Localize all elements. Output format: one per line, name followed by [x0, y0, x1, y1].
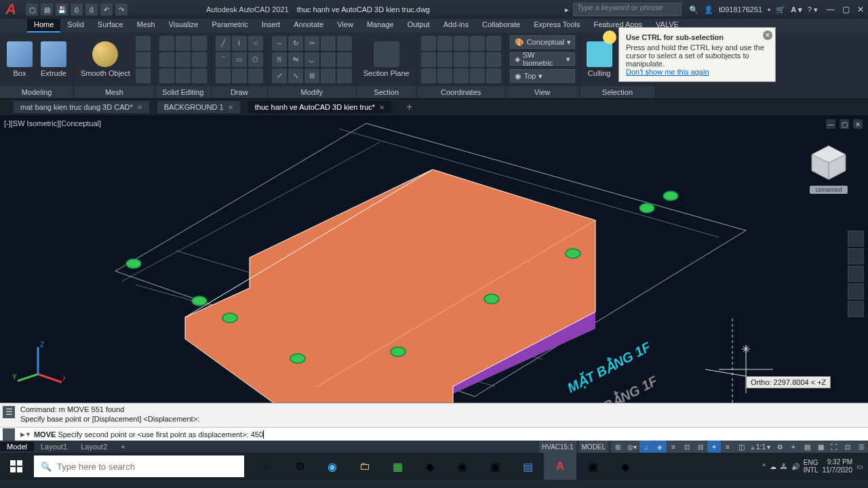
co-5[interactable] [486, 36, 501, 51]
status-polar-icon[interactable]: ◈ [653, 441, 667, 453]
nav-zoom-icon[interactable] [848, 266, 864, 282]
draw-arc[interactable]: ⌒ [216, 52, 231, 67]
co-9[interactable] [470, 52, 485, 67]
doc-tab-2[interactable]: thuc hanh ve AutoCAD 3D kien truc*✕ [248, 101, 391, 113]
drawing-viewport[interactable]: [-][SW Isometric][Conceptual] — ▢ ✕ MẶT … [0, 115, 868, 403]
se-5[interactable] [176, 52, 191, 67]
viewcube[interactable]: Unnamed [802, 142, 856, 210]
co-4[interactable] [470, 36, 485, 51]
mod-trim[interactable]: ✂ [304, 36, 319, 51]
view-direction-dropdown[interactable]: ◈ SW Isometric ▾ [510, 52, 575, 66]
panel-modeling[interactable]: Modeling [0, 86, 73, 98]
layer-dropdown[interactable]: ◉ Top ▾ [510, 69, 575, 83]
layout-tab-model[interactable]: Model [0, 442, 34, 451]
panel-solidediting[interactable]: Solid Editing [155, 86, 211, 98]
nav-orbit-icon[interactable] [848, 283, 864, 300]
autocad-taskbar-icon[interactable]: A [544, 453, 576, 480]
start-button[interactable] [0, 453, 33, 480]
co-13[interactable] [454, 68, 469, 83]
close-button[interactable]: ✕ [853, 2, 868, 17]
status-lwt-icon[interactable]: ≡ [721, 441, 734, 453]
co-10[interactable] [486, 52, 501, 67]
draw-circle[interactable]: ○ [248, 36, 263, 51]
mesh-tool-1[interactable] [136, 36, 151, 51]
status-custom-icon[interactable]: ▦ [814, 441, 827, 453]
co-11[interactable] [421, 68, 436, 83]
status-menu-icon[interactable]: ☰ [854, 441, 868, 453]
doc-tab-1[interactable]: BACKGROUND 1✕ [157, 101, 240, 113]
tooltip-dismiss-link[interactable]: Don't show me this again [626, 68, 709, 76]
tab-mesh[interactable]: Mesh [130, 19, 162, 33]
tab-manage[interactable]: Manage [360, 19, 401, 33]
viewcube-label[interactable]: Unnamed [810, 186, 847, 194]
tray-notif-icon[interactable]: ▭ [856, 463, 863, 470]
mod-move[interactable]: ↔ [272, 36, 287, 51]
word-icon[interactable]: ▤ [511, 453, 544, 480]
mod-5[interactable] [337, 36, 352, 51]
cmd-input-icon[interactable] [3, 428, 15, 441]
draw-line[interactable]: ╱ [216, 36, 231, 51]
panel-section[interactable]: Section [357, 86, 416, 98]
tab-surface[interactable]: Surface [91, 19, 130, 33]
qat-save-icon[interactable]: 💾 [56, 3, 68, 16]
draw-pline[interactable]: ⌇ [232, 36, 247, 51]
box-tool[interactable]: Box [4, 40, 35, 79]
status-snap-icon[interactable]: ◎▾ [625, 441, 639, 453]
nav-wheel-icon[interactable] [848, 230, 864, 247]
tray-clock[interactable]: 9:32 PM11/7/2020 [823, 458, 853, 474]
nav-pan-icon[interactable] [848, 248, 864, 264]
qat-open-icon[interactable]: ▤ [41, 3, 53, 16]
qat-arrow-icon[interactable]: ▸ [565, 5, 569, 14]
command-history[interactable]: ☰ Command: m MOVE 551 found Specify base… [0, 403, 868, 427]
status-ui-icon[interactable]: ▤ [800, 441, 814, 453]
panel-mesh[interactable]: Mesh [74, 86, 155, 98]
search-icon[interactable]: 🔍 [689, 5, 698, 14]
help-icon[interactable]: ? ▾ [808, 5, 818, 14]
cart-icon[interactable]: 🛒 [776, 5, 785, 14]
co-2[interactable] [437, 36, 452, 51]
status-scale[interactable]: HVAC15:1 [539, 441, 576, 453]
app-icon-2[interactable]: ▣ [479, 453, 511, 480]
user-name[interactable]: t0918176251 [719, 5, 762, 14]
co-8[interactable] [454, 52, 469, 67]
tray-cloud-icon[interactable]: ☁ [770, 463, 776, 470]
tray-net-icon[interactable]: 🖧 [781, 463, 787, 470]
smooth-tool[interactable]: Smooth Object [78, 40, 133, 79]
panel-selection[interactable]: Selection [580, 86, 656, 98]
mod-rotate[interactable]: ↻ [288, 36, 303, 51]
explorer-icon[interactable]: 🗀 [349, 453, 381, 480]
new-tab-button[interactable]: + [399, 101, 419, 113]
co-14[interactable] [470, 68, 485, 83]
maximize-button[interactable]: ▢ [838, 2, 853, 17]
app-icon-3[interactable]: ▣ [576, 453, 609, 480]
culling-tool[interactable]: Culling [584, 40, 615, 79]
layout-tab-2[interactable]: Layout2 [74, 442, 114, 451]
co-7[interactable] [437, 52, 452, 67]
mod-mirror[interactable]: ⇋ [288, 52, 303, 67]
excel-icon[interactable]: ▦ [381, 453, 414, 480]
qat-undo-icon[interactable]: ↶ [100, 3, 113, 16]
se-4[interactable] [159, 52, 174, 67]
close-tab-icon[interactable]: ✕ [379, 104, 384, 111]
se-1[interactable] [159, 36, 174, 51]
minimize-button[interactable]: — [823, 2, 838, 17]
tab-addins[interactable]: Add-ins [437, 19, 475, 33]
tab-insert[interactable]: Insert [255, 19, 288, 33]
status-trans-icon[interactable]: ◫ [734, 441, 748, 453]
cortana-icon[interactable]: ○ [251, 453, 283, 480]
extrude-tool[interactable]: Extrude [38, 40, 69, 79]
mod-array[interactable]: ⊞ [304, 68, 319, 83]
co-6[interactable] [421, 52, 436, 67]
mod-10[interactable] [337, 52, 352, 67]
tab-home[interactable]: Home [27, 19, 60, 33]
ucs-icon[interactable]: X Y Z [11, 340, 65, 394]
status-anno[interactable]: ⟁ 1:1▾ [748, 441, 773, 453]
close-tab-icon[interactable]: ✕ [137, 104, 142, 111]
help-search-input[interactable]: Type a keyword or phrase [573, 3, 682, 16]
mod-stretch[interactable]: ⤢ [272, 68, 287, 83]
chrome-icon[interactable]: ◉ [446, 453, 479, 480]
panel-modify[interactable]: Modify [268, 86, 356, 98]
status-3dosnap-icon[interactable]: ⊟ [694, 441, 707, 453]
mod-14[interactable] [321, 68, 336, 83]
status-dyn-icon[interactable]: ✦ [707, 441, 721, 453]
